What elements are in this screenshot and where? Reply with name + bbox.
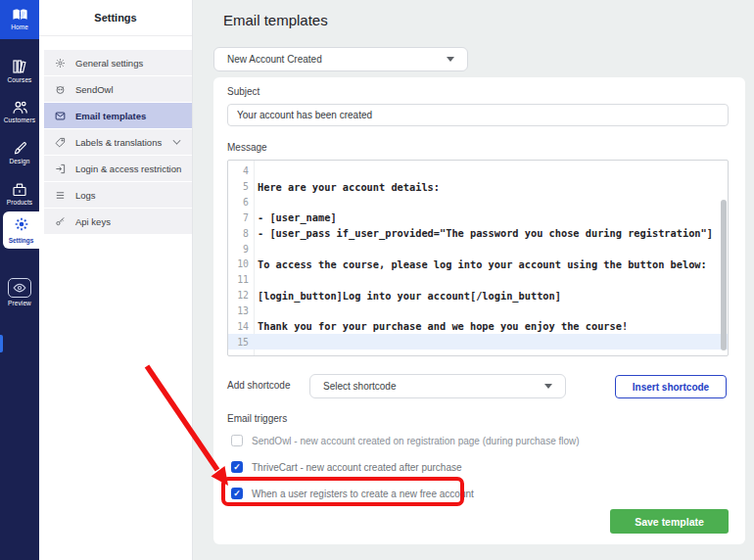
rail-item-design[interactable]: Design <box>0 133 39 172</box>
template-select-value: New Account Created <box>227 54 322 65</box>
app-icon-rail: Home Courses Customers Design Products S… <box>0 0 39 560</box>
settings-menu-item-general-settings[interactable]: General settings <box>44 50 192 75</box>
settings-panel-title: Settings <box>39 0 192 23</box>
editor-line: 7- [user_name] <box>228 210 728 225</box>
email-triggers-label: Email triggers <box>227 413 287 424</box>
rail-item-customers[interactable]: Customers <box>0 92 39 131</box>
rail-item-settings-active[interactable]: Settings <box>3 211 39 249</box>
rail-item-home[interactable]: Home <box>0 0 39 39</box>
chevron-down-icon <box>173 137 181 145</box>
rail-item-products[interactable]: Products <box>0 174 39 213</box>
save-template-button[interactable]: Save template <box>610 509 729 534</box>
settings-menu: General settings SendOwl Email templates… <box>44 50 192 234</box>
key-icon <box>55 215 67 227</box>
subject-label: Subject <box>227 86 259 97</box>
editor-line: 5Here are your account details: <box>228 179 728 195</box>
trigger-label: ThriveCart - new account created after p… <box>252 462 462 473</box>
logs-icon <box>55 189 67 201</box>
app-logo-icon <box>12 9 28 22</box>
settings-menu-item-labels-translations[interactable]: Labels & translations <box>44 129 192 155</box>
courses-icon <box>12 59 27 74</box>
settings-menu-item-logs[interactable]: Logs <box>44 182 192 208</box>
chevron-down-icon <box>447 57 454 62</box>
email-template-card: Subject Message 4 5Here are your account… <box>213 77 745 544</box>
owl-icon <box>55 83 67 95</box>
menu-item-label: Api keys <box>75 216 111 227</box>
rail-item-preview[interactable]: Preview <box>0 272 39 311</box>
checkbox-unchecked[interactable] <box>231 435 243 446</box>
page-title: Email templates <box>223 12 328 28</box>
rail-item-label: Products <box>7 199 32 206</box>
menu-item-label: SendOwl <box>75 84 114 95</box>
shortcode-select-value: Select shortcode <box>323 381 397 392</box>
trigger-row-free-account: When a user registers to create a new fr… <box>231 487 474 500</box>
editor-scrollbar[interactable] <box>721 200 727 350</box>
settings-menu-item-api-keys[interactable]: Api keys <box>44 209 192 234</box>
trigger-row-sendowl: SendOwl - new account created on registr… <box>231 434 580 447</box>
customers-icon <box>12 100 28 115</box>
design-brush-icon <box>13 141 27 156</box>
trigger-label: When a user registers to create a new fr… <box>252 489 474 499</box>
settings-menu-item-email-templates[interactable]: Email templates <box>44 103 192 128</box>
editor-line: 4 <box>228 163 728 179</box>
add-shortcode-label: Add shortcode <box>227 380 291 391</box>
divider <box>39 35 192 36</box>
rail-item-label: Preview <box>8 300 31 306</box>
settings-nav-panel: Settings General settings SendOwl Email … <box>39 0 193 560</box>
checkbox-checked[interactable] <box>231 461 243 473</box>
rail-item-label: Settings <box>9 237 34 244</box>
editor-line: 14Thank you for your purchase and we hop… <box>228 318 728 334</box>
gear-icon <box>55 57 67 69</box>
insert-shortcode-button[interactable]: Insert shortcode <box>615 375 727 398</box>
settings-menu-item-login-access[interactable]: Login & access restriction <box>44 156 192 181</box>
subject-input[interactable] <box>227 104 729 126</box>
rail-item-label: Courses <box>8 76 32 83</box>
rail-item-label: Design <box>10 158 30 164</box>
tag-icon <box>55 136 67 148</box>
login-icon <box>55 163 67 174</box>
message-editor[interactable]: 4 5Here are your account details: 6 7- [… <box>227 160 729 356</box>
editor-line: 8- [user_pass if_user_provided="The pass… <box>228 225 728 241</box>
editor-line: 6 <box>228 195 728 210</box>
trigger-row-thrivecart: ThriveCart - new account created after p… <box>231 460 462 474</box>
checkbox-checked[interactable] <box>231 488 243 499</box>
editor-lines: 4 5Here are your account details: 6 7- [… <box>228 163 728 350</box>
menu-item-label: General settings <box>75 58 143 69</box>
editor-line: 11 <box>228 272 728 288</box>
gear-icon <box>14 216 29 236</box>
envelope-icon <box>55 110 67 121</box>
chevron-down-icon <box>544 384 552 389</box>
shortcode-select[interactable]: Select shortcode <box>309 374 566 398</box>
template-select[interactable]: New Account Created <box>213 47 468 71</box>
editor-line: 10To access the course, please log into … <box>228 257 728 272</box>
settings-menu-item-sendowl[interactable]: SendOwl <box>44 76 192 102</box>
menu-item-label: Logs <box>75 190 96 201</box>
menu-item-label: Email templates <box>75 111 146 121</box>
rail-item-courses[interactable]: Courses <box>0 51 39 90</box>
trigger-label: SendOwl - new account created on registr… <box>252 436 580 446</box>
main-content: Email templates New Account Created Subj… <box>193 0 754 560</box>
rail-item-label: Customers <box>4 117 35 123</box>
message-label: Message <box>227 142 267 153</box>
menu-item-label: Labels & translations <box>75 137 162 148</box>
products-icon <box>12 182 27 197</box>
menu-item-label: Login & access restriction <box>75 163 181 174</box>
editor-line: 13 <box>228 303 728 318</box>
preview-eye-icon <box>8 278 31 298</box>
rail-item-label: Home <box>11 23 28 30</box>
editor-line-active: 15 <box>228 334 728 350</box>
editor-line: 9 <box>228 241 728 257</box>
rail-accent-bar <box>0 335 3 352</box>
editor-line: 12[login_button]Log into your account[/l… <box>228 288 728 303</box>
